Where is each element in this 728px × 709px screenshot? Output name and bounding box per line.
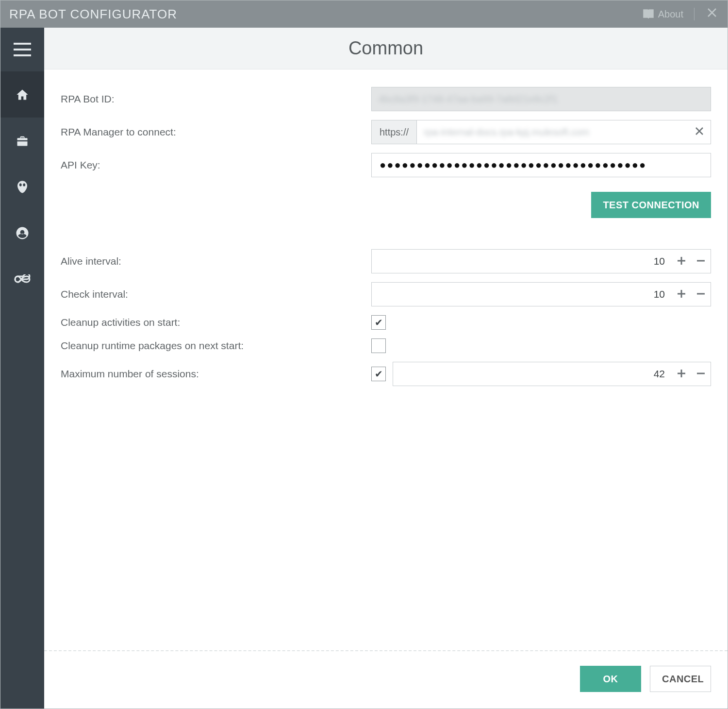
max-sessions-field[interactable] [393, 362, 711, 386]
cleanup-activities-checkbox[interactable] [371, 315, 386, 330]
bot-id-field: 4bc8a3f9-1748-47aa-ba99-7a8d21e8c2f1 [371, 87, 711, 111]
row-alive-interval: Alive interval: [61, 249, 711, 273]
label-manager: RPA Manager to connect: [61, 126, 371, 138]
app-title: RPA BOT CONFIGURATOR [9, 7, 177, 22]
alive-interval-minus-icon[interactable] [691, 254, 711, 269]
label-check-interval: Check interval: [61, 288, 371, 300]
page-header: Common [44, 28, 728, 69]
titlebar-right: About [643, 7, 719, 21]
nav-briefcase[interactable] [0, 118, 44, 164]
ok-button[interactable]: OK [580, 666, 641, 692]
nav-alien[interactable] [0, 164, 44, 210]
sidebar [0, 28, 44, 709]
row-bot-id: RPA Bot ID: 4bc8a3f9-1748-47aa-ba99-7a8d… [61, 87, 711, 111]
label-max-sessions: Maximum number of sessions: [61, 368, 371, 380]
row-check-interval: Check interval: [61, 282, 711, 306]
max-sessions-input[interactable] [393, 362, 672, 386]
titlebar: RPA BOT CONFIGURATOR About [0, 0, 728, 28]
row-max-sessions: Maximum number of sessions: [61, 362, 711, 386]
row-api-key: API Key: ●●●●●●●●●●●●●●●●●●●●●●●●●●●●●●●… [61, 153, 711, 177]
label-api-key: API Key: [61, 159, 371, 171]
api-key-value: ●●●●●●●●●●●●●●●●●●●●●●●●●●●●●●●●●●●● [372, 159, 654, 171]
close-button[interactable] [705, 7, 719, 21]
body: Common RPA Bot ID: 4bc8a3f9-1748-47aa-ba… [0, 28, 728, 709]
bot-id-value: 4bc8a3f9-1748-47aa-ba99-7a8d21e8c2f1 [372, 94, 711, 105]
check-interval-input[interactable] [372, 283, 672, 306]
check-interval-minus-icon[interactable] [691, 287, 711, 302]
test-connection-button[interactable]: TEST CONNECTION [591, 192, 711, 218]
nav-account[interactable] [0, 210, 44, 256]
manager-field[interactable]: https:// rpa-internal-docs.rpa-kpj.mules… [371, 120, 711, 144]
nav-home[interactable] [0, 71, 44, 118]
check-interval-field[interactable] [371, 282, 711, 306]
alive-interval-input[interactable] [372, 250, 672, 273]
manager-clear-icon[interactable] [688, 125, 711, 139]
api-key-field[interactable]: ●●●●●●●●●●●●●●●●●●●●●●●●●●●●●●●●●●●● [371, 153, 711, 177]
main: Common RPA Bot ID: 4bc8a3f9-1748-47aa-ba… [44, 28, 728, 709]
content: RPA Bot ID: 4bc8a3f9-1748-47aa-ba99-7a8d… [44, 69, 728, 650]
max-sessions-minus-icon[interactable] [691, 367, 711, 382]
cancel-button[interactable]: CANCEL [650, 666, 711, 692]
manager-value: rpa-internal-docs.rpa-kpj.mulesoft.com [417, 127, 688, 138]
nav-infinity[interactable] [0, 256, 44, 302]
max-sessions-checkbox[interactable] [371, 367, 386, 381]
alive-interval-field[interactable] [371, 249, 711, 273]
cleanup-runtime-checkbox[interactable] [371, 338, 386, 353]
row-cleanup-activities: Cleanup activities on start: [61, 315, 711, 330]
about-link[interactable]: About [643, 9, 683, 20]
label-alive-interval: Alive interval: [61, 255, 371, 267]
about-label: About [658, 9, 683, 20]
label-bot-id: RPA Bot ID: [61, 93, 371, 105]
manager-scheme: https:// [372, 120, 417, 144]
label-cleanup-runtime: Cleanup runtime packages on next start: [61, 340, 371, 352]
max-sessions-plus-icon[interactable] [672, 367, 691, 382]
page-title: Common [348, 38, 423, 59]
check-interval-plus-icon[interactable] [672, 287, 691, 302]
row-test-connection: TEST CONNECTION [61, 192, 711, 218]
row-cleanup-runtime: Cleanup runtime packages on next start: [61, 338, 711, 353]
menu-toggle[interactable] [0, 28, 44, 71]
footer: OK CANCEL [44, 651, 728, 709]
row-manager: RPA Manager to connect: https:// rpa-int… [61, 120, 711, 144]
titlebar-divider [694, 8, 695, 20]
book-icon [643, 9, 654, 19]
label-cleanup-activities: Cleanup activities on start: [61, 317, 371, 328]
alive-interval-plus-icon[interactable] [672, 254, 691, 269]
